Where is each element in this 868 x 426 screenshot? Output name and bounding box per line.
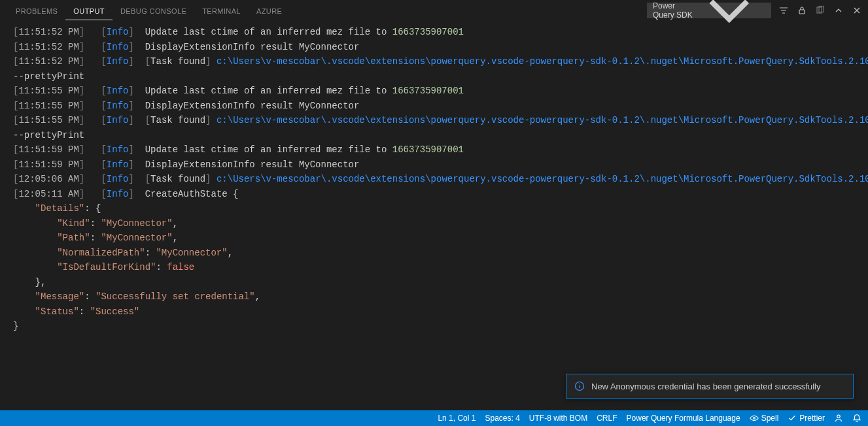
svg-point-4 [753, 418, 755, 419]
output-channel-label: Power Query SDK [653, 1, 693, 20]
check-icon [788, 414, 797, 423]
svg-point-5 [837, 415, 840, 418]
status-position[interactable]: Ln 1, Col 1 [438, 414, 476, 423]
notification-text: New Anonymous credential has been genera… [591, 382, 821, 391]
output-panel[interactable]: [11:51:52 PM] [Info] Update last ctime o… [0, 22, 868, 408]
panel-actions: Power Query SDK [647, 3, 863, 18]
panel-tab-terminal[interactable]: TERMINAL [194, 2, 249, 20]
notification-toast[interactable]: New Anonymous credential has been genera… [566, 374, 854, 399]
panel-tabs: PROBLEMSOUTPUTDEBUG CONSOLETERMINALAZURE [0, 2, 290, 20]
status-spell[interactable]: Spell [750, 414, 779, 423]
status-spaces[interactable]: Spaces: 4 [485, 414, 519, 423]
panel-tab-problems[interactable]: PROBLEMS [8, 2, 65, 20]
status-prettier[interactable]: Prettier [788, 414, 825, 423]
bell-icon [852, 414, 861, 423]
person-icon [834, 414, 843, 423]
lock-icon[interactable] [796, 5, 808, 16]
chevron-down-icon [693, 0, 765, 46]
status-bell-icon[interactable] [852, 414, 861, 423]
filter-icon[interactable] [778, 5, 790, 16]
svg-rect-0 [799, 10, 805, 14]
panel-tab-output[interactable]: OUTPUT [65, 2, 113, 20]
chevron-up-icon[interactable] [833, 5, 844, 16]
clear-output-icon[interactable] [814, 5, 826, 16]
status-feedback-icon[interactable] [834, 414, 843, 423]
output-channel-select[interactable]: Power Query SDK [647, 3, 771, 18]
panel-tab-azure[interactable]: AZURE [249, 2, 290, 20]
close-icon[interactable] [851, 5, 863, 16]
status-language[interactable]: Power Query Formula Language [627, 414, 740, 423]
status-encoding[interactable]: UTF-8 with BOM [529, 414, 587, 423]
panel-header: PROBLEMSOUTPUTDEBUG CONSOLETERMINALAZURE… [0, 0, 868, 22]
status-bar: Ln 1, Col 1 Spaces: 4 UTF-8 with BOM CRL… [0, 410, 868, 426]
panel-tab-debug-console[interactable]: DEBUG CONSOLE [113, 2, 194, 20]
info-icon [574, 381, 585, 391]
status-eol[interactable]: CRLF [597, 414, 617, 423]
eye-icon [750, 414, 759, 423]
